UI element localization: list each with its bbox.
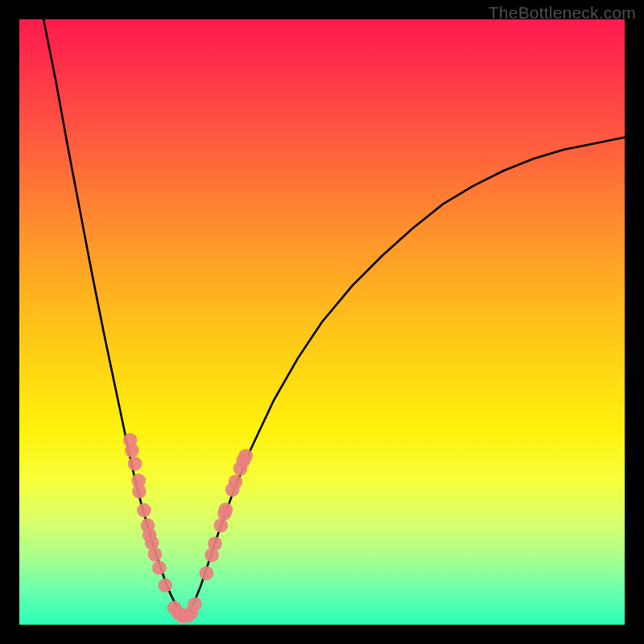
watermark-text: TheBottleneck.com xyxy=(489,3,636,23)
scatter-point xyxy=(125,444,139,458)
scatter-point xyxy=(148,547,163,562)
curve-lines xyxy=(43,19,625,616)
chart-frame: TheBottleneck.com xyxy=(0,0,644,644)
chart-svg xyxy=(19,19,625,625)
scatter-point xyxy=(214,518,229,533)
plot-outer xyxy=(19,19,625,625)
curve-curve-right xyxy=(183,138,625,616)
plot-area xyxy=(19,19,625,625)
scatter-point xyxy=(152,561,167,576)
scatter-points xyxy=(123,433,253,623)
scatter-point xyxy=(219,502,233,517)
scatter-point xyxy=(200,566,214,580)
scatter-point xyxy=(208,536,222,551)
scatter-point xyxy=(137,503,151,518)
scatter-point xyxy=(188,597,202,612)
scatter-point xyxy=(158,578,172,592)
curve-curve-left xyxy=(43,19,183,616)
scatter-point xyxy=(128,456,142,471)
scatter-point xyxy=(238,448,253,463)
scatter-point xyxy=(229,475,243,489)
scatter-point xyxy=(132,485,147,499)
